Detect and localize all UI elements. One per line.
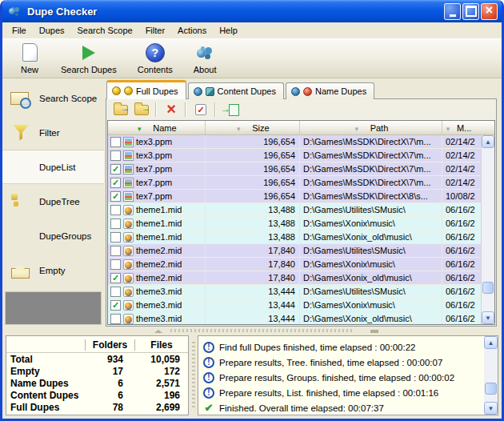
- toolbar-button[interactable]: Contents: [130, 41, 180, 76]
- file-type-icon: [123, 287, 134, 297]
- table-row[interactable]: tex3.ppm 196,654 D:\Games\MsSDK\DirectX\…: [108, 149, 481, 162]
- sidebar-item[interactable]: Empty: [2, 253, 104, 287]
- stats-row: Full Dupes 78 2,699: [6, 401, 188, 413]
- list-toolbar-button[interactable]: [220, 101, 241, 118]
- row-checkbox[interactable]: [110, 273, 121, 283]
- table-row[interactable]: theme1.mid 13,488 D:\Games\Utilites\SMus…: [108, 203, 481, 217]
- file-size: 17,840: [206, 244, 300, 257]
- sidebar-item-label: Empty: [39, 266, 66, 275]
- list-toolbar-button[interactable]: [190, 101, 211, 118]
- list-toolbar-button[interactable]: [161, 101, 182, 118]
- menu-item[interactable]: Dupes: [33, 23, 71, 38]
- file-size: 196,654: [206, 190, 300, 202]
- table-row[interactable]: tex7.ppm 196,654 D:\Games\MsSDK\DirectX\…: [108, 176, 481, 190]
- column-header[interactable]: Name: [108, 121, 206, 134]
- stats-row: Total 934 10,059: [6, 353, 188, 365]
- table-row[interactable]: tex7.ppm 196,654 D:\Games\MsSDK\DirectX\…: [108, 190, 481, 203]
- toolbar-button[interactable]: About: [186, 41, 224, 76]
- log-status-icon: [203, 387, 214, 399]
- list-toolbar-button[interactable]: [110, 101, 131, 118]
- sidebar-item[interactable]: DupeList: [2, 150, 104, 184]
- row-checkbox[interactable]: [110, 300, 121, 311]
- row-checkbox[interactable]: [110, 287, 121, 297]
- sidebar-item[interactable]: Filter: [2, 115, 104, 150]
- file-size: 13,488: [206, 217, 300, 230]
- column-header[interactable]: Path: [300, 121, 442, 134]
- row-checkbox[interactable]: [110, 314, 121, 324]
- sort-dropdown-icon[interactable]: [235, 123, 242, 133]
- menu-item[interactable]: Help: [213, 23, 244, 38]
- scrollbar-thumb[interactable]: [482, 282, 494, 294]
- maximize-button[interactable]: [462, 3, 479, 20]
- stats-row-label: Total: [6, 354, 85, 365]
- tab-ball-icon: [124, 86, 133, 95]
- file-path: D:\Games\Xonix_old\music\: [300, 231, 442, 243]
- file-path: D:\Games\MsSDK\DirectX\7\m...: [300, 149, 442, 162]
- tab[interactable]: Name Dupes: [286, 82, 374, 99]
- table-row[interactable]: tex7.ppm 196,654 D:\Games\MsSDK\DirectX\…: [108, 162, 481, 176]
- tab[interactable]: Full Dupes: [106, 80, 186, 99]
- file-modified: 02/14/2: [442, 135, 481, 148]
- tab-label: Full Dupes: [136, 86, 178, 96]
- close-button[interactable]: [481, 3, 498, 20]
- row-checkbox[interactable]: [110, 191, 121, 202]
- row-checkbox[interactable]: [110, 164, 121, 174]
- table-row[interactable]: theme2.mid 17,840 D:\Games\Xonix_old\mus…: [108, 271, 481, 285]
- scrollbar-track[interactable]: [484, 349, 498, 402]
- table-row[interactable]: tex3.ppm 196,654 D:\Games\MsSDK\DirectX\…: [108, 135, 481, 149]
- menu-item[interactable]: File: [6, 23, 33, 38]
- toolbar-button[interactable]: New: [12, 41, 47, 76]
- table-row[interactable]: theme1.mid 13,488 D:\Games\Xonix\music\ …: [108, 217, 481, 231]
- grid-scrollbar[interactable]: [481, 135, 494, 324]
- file-size: 196,654: [206, 149, 300, 162]
- column-header[interactable]: Size: [206, 121, 300, 134]
- file-size: 13,444: [206, 299, 300, 311]
- list-toolbar-button[interactable]: [131, 101, 152, 118]
- table-row[interactable]: theme2.mid 17,840 D:\Games\Xonix\music\ …: [108, 258, 481, 271]
- sidebar-item-icon: [10, 261, 32, 280]
- scroll-down-icon[interactable]: [482, 311, 494, 324]
- sidebar-item[interactable]: Search Scope: [2, 81, 104, 115]
- toolbar-button[interactable]: Search Dupes: [54, 41, 124, 76]
- row-checkbox[interactable]: [110, 150, 121, 161]
- row-checkbox[interactable]: [110, 232, 121, 243]
- row-checkbox[interactable]: [110, 178, 121, 188]
- file-name: tex7.ppm: [136, 190, 172, 202]
- tab[interactable]: Content Dupes: [188, 82, 284, 99]
- row-checkbox[interactable]: [110, 205, 121, 215]
- scroll-down-icon[interactable]: [484, 402, 498, 415]
- row-checkbox[interactable]: [110, 137, 121, 147]
- horizontal-splitter[interactable]: [2, 327, 502, 335]
- scroll-up-icon[interactable]: [484, 336, 498, 349]
- scrollbar-thumb[interactable]: [485, 383, 497, 395]
- toolbar-button-icon: [194, 42, 216, 62]
- sidebar-item[interactable]: DupeTree: [2, 184, 104, 219]
- vertical-splitter[interactable]: [189, 335, 198, 415]
- scroll-up-icon[interactable]: [482, 135, 494, 148]
- stats-row-label: Content Dupes: [6, 390, 85, 401]
- table-row[interactable]: theme2.mid 17,840 D:\Games\Utilites\SMus…: [108, 244, 481, 258]
- file-type-icon: [123, 150, 134, 161]
- table-row[interactable]: theme3.mid 13,444 D:\Games\Xonix_old\mus…: [108, 312, 481, 324]
- sidebar-item[interactable]: DupeGroups: [2, 219, 104, 253]
- file-modified: 06/16/2: [442, 217, 481, 230]
- menu-item[interactable]: Actions: [171, 23, 213, 38]
- row-checkbox[interactable]: [110, 246, 121, 256]
- scrollbar-track[interactable]: [482, 148, 494, 311]
- sort-dropdown-icon[interactable]: [354, 123, 360, 133]
- menu-item[interactable]: Filter: [139, 23, 171, 38]
- log-scrollbar[interactable]: [484, 336, 498, 415]
- menu-item[interactable]: Search Scope: [71, 23, 139, 38]
- row-checkbox[interactable]: [110, 219, 121, 229]
- sort-dropdown-icon[interactable]: [445, 123, 451, 133]
- column-header[interactable]: M...: [442, 121, 494, 134]
- table-row[interactable]: theme1.mid 13,488 D:\Games\Xonix_old\mus…: [108, 231, 481, 244]
- table-row[interactable]: theme3.mid 13,444 D:\Games\Utilites\SMus…: [108, 285, 481, 299]
- log-entry: Finished. Overall time elapsed: 00:07:37: [203, 400, 484, 415]
- sort-dropdown-icon[interactable]: [136, 123, 142, 133]
- table-row[interactable]: theme3.mid 13,444 D:\Games\Xonix\music\ …: [108, 299, 481, 312]
- minimize-button[interactable]: [444, 3, 461, 20]
- file-path: D:\Games\Utilites\SMusic\: [300, 285, 442, 298]
- row-checkbox[interactable]: [110, 259, 121, 270]
- file-name: theme1.mid: [136, 203, 182, 216]
